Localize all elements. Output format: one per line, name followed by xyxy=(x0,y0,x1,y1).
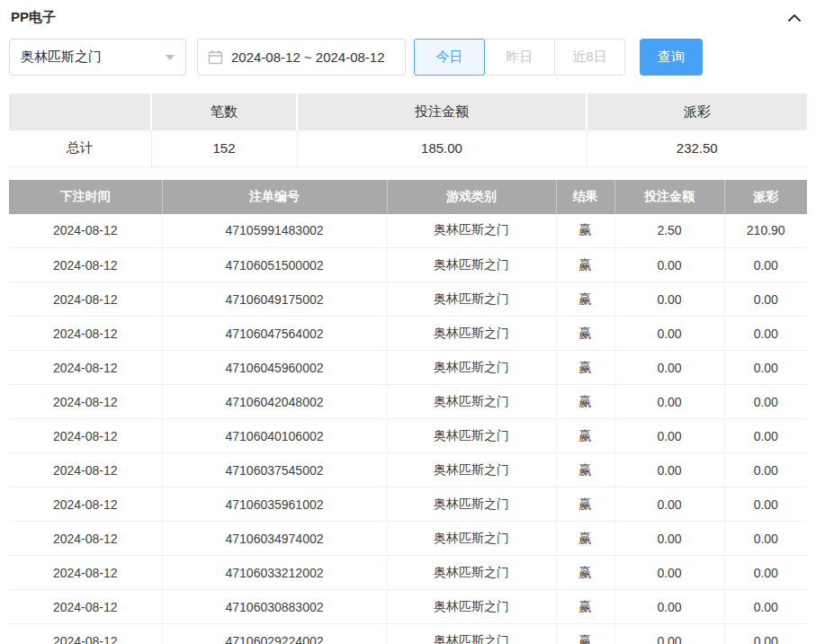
game-select[interactable]: 奥林匹斯之门 xyxy=(9,39,186,76)
cell-result: 赢 xyxy=(556,624,614,644)
cell-game-type: 奥林匹斯之门 xyxy=(387,487,556,522)
cell-bet-id: 47106034974002 xyxy=(162,522,387,556)
header-bet-time: 下注时间 xyxy=(9,180,162,214)
cell-result: 赢 xyxy=(556,419,614,453)
filter-bar: 奥林匹斯之门 2024-08-12 ~ 2024-08-12 今日 昨日 近8日… xyxy=(9,39,807,76)
summary-table: 笔数 投注金额 派彩 总计 152 185.00 232.50 xyxy=(9,94,807,167)
quick-range-button-group: 今日 昨日 近8日 xyxy=(414,39,625,76)
summary-total-bet-amount: 185.00 xyxy=(297,130,587,166)
cell-game-type: 奥林匹斯之门 xyxy=(387,248,556,282)
cell-bet-id: 47106035961002 xyxy=(162,487,387,522)
calendar-icon xyxy=(208,49,223,65)
cell-bet-amount: 0.00 xyxy=(614,248,724,282)
cell-bet-amount: 0.00 xyxy=(614,624,724,644)
header-bet-amount: 投注金额 xyxy=(614,180,724,214)
cell-payout: 0.00 xyxy=(724,522,807,556)
cell-bet-time: 2024-08-12 xyxy=(9,487,162,522)
summary-header-empty xyxy=(9,94,151,130)
cell-payout: 0.00 xyxy=(724,453,807,487)
cell-game-type: 奥林匹斯之门 xyxy=(387,419,556,453)
cell-payout: 0.00 xyxy=(724,556,807,590)
cell-bet-id: 47106051500002 xyxy=(162,248,387,282)
cell-bet-time: 2024-08-12 xyxy=(9,214,162,248)
cell-game-type: 奥林匹斯之门 xyxy=(387,522,556,556)
cell-game-type: 奥林匹斯之门 xyxy=(387,317,556,351)
date-range-picker[interactable]: 2024-08-12 ~ 2024-08-12 xyxy=(197,39,406,76)
pp-panel: PP电子 奥林匹斯之门 2024-08-12 ~ 2024-08-12 xyxy=(0,0,816,644)
game-select-value: 奥林匹斯之门 xyxy=(21,49,102,66)
summary-total-row: 总计 152 185.00 232.50 xyxy=(9,130,807,166)
table-row: 2024-08-12 47106045960002 奥林匹斯之门 赢 0.00 … xyxy=(9,351,807,385)
cell-bet-amount: 2.50 xyxy=(614,214,724,248)
today-button[interactable]: 今日 xyxy=(414,39,485,76)
cell-result: 赢 xyxy=(556,317,614,351)
cell-bet-id: 47106047564002 xyxy=(162,317,387,351)
table-row: 2024-08-12 47106042048002 奥林匹斯之门 赢 0.00 … xyxy=(9,385,807,419)
cell-result: 赢 xyxy=(556,248,614,282)
bet-table: 下注时间 注单编号 游戏类别 结果 投注金额 派彩 2024-08-12 471… xyxy=(9,180,807,644)
summary-header-count: 笔数 xyxy=(151,94,297,130)
cell-result: 赢 xyxy=(556,385,614,419)
cell-bet-id: 47106037545002 xyxy=(162,453,387,487)
collapse-chevron-icon[interactable] xyxy=(784,10,805,26)
cell-result: 赢 xyxy=(556,590,614,624)
table-row: 2024-08-12 47106034974002 奥林匹斯之门 赢 0.00 … xyxy=(9,522,807,556)
cell-payout: 0.00 xyxy=(724,248,807,282)
cell-result: 赢 xyxy=(556,487,614,522)
table-row: 2024-08-12 47106037545002 奥林匹斯之门 赢 0.00 … xyxy=(9,453,807,487)
cell-bet-time: 2024-08-12 xyxy=(9,351,162,385)
cell-payout: 0.00 xyxy=(724,487,807,522)
cell-game-type: 奥林匹斯之门 xyxy=(387,624,556,644)
cell-bet-time: 2024-08-12 xyxy=(9,522,162,556)
table-row: 2024-08-12 47106035961002 奥林匹斯之门 赢 0.00 … xyxy=(9,487,807,522)
cell-game-type: 奥林匹斯之门 xyxy=(387,214,556,248)
cell-result: 赢 xyxy=(556,214,614,248)
cell-payout: 0.00 xyxy=(724,419,807,453)
cell-result: 赢 xyxy=(556,556,614,590)
cell-payout: 0.00 xyxy=(724,590,807,624)
cell-bet-amount: 0.00 xyxy=(614,419,724,453)
header-bet-id: 注单编号 xyxy=(162,180,387,214)
cell-game-type: 奥林匹斯之门 xyxy=(387,282,556,317)
summary-total-payout: 232.50 xyxy=(587,130,807,166)
summary-header-payout: 派彩 xyxy=(587,94,807,130)
cell-result: 赢 xyxy=(556,522,614,556)
search-button[interactable]: 查询 xyxy=(640,39,703,76)
panel-title: PP电子 xyxy=(11,9,56,26)
cell-result: 赢 xyxy=(556,282,614,317)
cell-game-type: 奥林匹斯之门 xyxy=(387,556,556,590)
yesterday-button[interactable]: 昨日 xyxy=(484,39,555,76)
cell-bet-time: 2024-08-12 xyxy=(9,556,162,590)
last8days-button[interactable]: 近8日 xyxy=(554,39,625,76)
cell-bet-amount: 0.00 xyxy=(614,317,724,351)
cell-payout: 0.00 xyxy=(724,385,807,419)
summary-total-count: 152 xyxy=(151,130,297,166)
cell-bet-time: 2024-08-12 xyxy=(9,385,162,419)
table-row: 2024-08-12 47106030883002 奥林匹斯之门 赢 0.00 … xyxy=(9,590,807,624)
cell-bet-id: 47106049175002 xyxy=(162,282,387,317)
header-payout: 派彩 xyxy=(724,180,807,214)
table-row: 2024-08-12 47106029224002 奥林匹斯之门 赢 0.00 … xyxy=(9,624,807,644)
cell-bet-id: 47106030883002 xyxy=(162,590,387,624)
cell-bet-amount: 0.00 xyxy=(614,522,724,556)
cell-bet-time: 2024-08-12 xyxy=(9,248,162,282)
cell-bet-id: 47106042048002 xyxy=(162,385,387,419)
cell-payout: 0.00 xyxy=(724,317,807,351)
cell-bet-amount: 0.00 xyxy=(614,487,724,522)
caret-down-icon xyxy=(166,55,175,60)
cell-bet-id: 47105991483002 xyxy=(162,214,387,248)
date-range-value: 2024-08-12 ~ 2024-08-12 xyxy=(231,49,385,65)
cell-game-type: 奥林匹斯之门 xyxy=(387,385,556,419)
bet-table-header-row: 下注时间 注单编号 游戏类别 结果 投注金额 派彩 xyxy=(9,180,807,214)
cell-bet-amount: 0.00 xyxy=(614,385,724,419)
cell-bet-time: 2024-08-12 xyxy=(9,453,162,487)
cell-bet-time: 2024-08-12 xyxy=(9,624,162,644)
cell-bet-id: 47106040106002 xyxy=(162,419,387,453)
summary-header-bet-amount: 投注金额 xyxy=(297,94,587,130)
cell-game-type: 奥林匹斯之门 xyxy=(387,590,556,624)
table-row: 2024-08-12 47106049175002 奥林匹斯之门 赢 0.00 … xyxy=(9,282,807,317)
cell-bet-time: 2024-08-12 xyxy=(9,282,162,317)
table-row: 2024-08-12 47106051500002 奥林匹斯之门 赢 0.00 … xyxy=(9,248,807,282)
table-row: 2024-08-12 47106047564002 奥林匹斯之门 赢 0.00 … xyxy=(9,317,807,351)
cell-bet-amount: 0.00 xyxy=(614,351,724,385)
